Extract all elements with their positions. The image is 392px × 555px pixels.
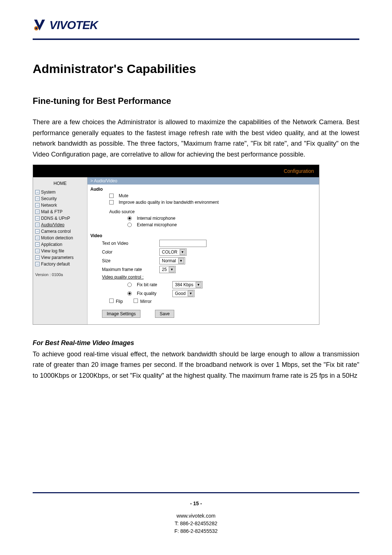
sidebar-item-audio-video[interactable]: →Audio/Video: [33, 222, 87, 228]
vqc-label: Video quality control :: [102, 275, 144, 280]
mute-label: Mute: [119, 193, 128, 198]
expand-icon: →: [35, 190, 40, 194]
max-frame-label: Maximum frame rate: [102, 267, 156, 272]
top-rule: [33, 39, 359, 40]
text-on-video-label: Text on Video: [102, 241, 156, 246]
save-button[interactable]: Save: [155, 310, 174, 318]
expand-icon: →: [35, 249, 40, 253]
page-title: Administrator's Capabilities: [33, 62, 359, 76]
page-number: - 15 -: [0, 501, 392, 506]
text-on-video-input[interactable]: [159, 240, 207, 247]
logo-icon: [33, 18, 46, 32]
internal-mic-radio[interactable]: [127, 216, 132, 220]
intro-paragraph: There are a few choices the Administrato…: [33, 117, 359, 160]
chevron-down-icon: ▼: [178, 258, 184, 264]
expand-icon: →: [35, 229, 40, 234]
footer: www.vivotek.com T: 886-2-82455282 F: 886…: [0, 512, 392, 535]
expand-icon: →: [35, 236, 40, 240]
mirror-checkbox[interactable]: [134, 299, 138, 303]
expand-icon: →: [35, 216, 40, 220]
bottom-rule: [33, 492, 359, 493]
sidebar-item-ddns-upnp[interactable]: →DDNS & UPnP: [33, 215, 87, 222]
button-row: Image Settings Save: [87, 305, 319, 324]
audio-source-label: Audio source: [109, 209, 135, 214]
audio-header: Audio: [87, 185, 319, 193]
text-on-video-row: Text on Video: [87, 239, 319, 248]
footer-tel: T: 886-2-82455282: [0, 520, 392, 527]
sidebar-item-camera-control[interactable]: →Camera control: [33, 228, 87, 235]
breadcrumb: > Audio/Video: [87, 177, 319, 185]
fix-quality-select[interactable]: Good▼: [172, 290, 195, 297]
flip-checkbox[interactable]: [109, 299, 114, 303]
sidebar-item-application[interactable]: →Application: [33, 241, 87, 248]
sidebar-item-network[interactable]: →Network: [33, 202, 87, 208]
vqc-row: Video quality control :: [87, 274, 319, 280]
footer-site: www.vivotek.com: [0, 512, 392, 520]
expand-icon: →: [35, 203, 40, 207]
config-screenshot: Configuration HOME →System →Security →Ne…: [33, 165, 319, 325]
size-select[interactable]: Normal▼: [159, 257, 185, 264]
config-sidebar: HOME →System →Security →Network →Mail & …: [33, 177, 87, 324]
expand-icon: →: [35, 223, 40, 227]
ext-mic-row: External microphone: [87, 222, 319, 228]
sidebar-item-motion-detection[interactable]: →Motion detection: [33, 235, 87, 241]
config-main: > Audio/Video Audio Mute Improve audio q…: [87, 177, 319, 324]
size-label: Size: [102, 258, 156, 263]
sidebar-item-system[interactable]: →System: [33, 189, 87, 195]
color-row: Color COLOR▼: [87, 248, 319, 256]
brand-logo: VIVOTEK: [33, 18, 359, 32]
chevron-down-icon: ▼: [196, 282, 201, 288]
video-header: Video: [87, 228, 319, 239]
sidebar-home[interactable]: HOME: [33, 177, 87, 189]
sidebar-item-factory-default[interactable]: →Factory default: [33, 261, 87, 267]
sidebar-item-security[interactable]: →Security: [33, 195, 87, 202]
fix-quality-radio[interactable]: [127, 291, 132, 296]
sidebar-version: Version : 0100a: [33, 267, 87, 278]
expand-icon: →: [35, 210, 40, 214]
expand-icon: →: [35, 197, 40, 201]
brand-name: VIVOTEK: [49, 19, 98, 32]
mute-checkbox[interactable]: [109, 194, 114, 198]
improve-label: Improve audio quality in low bandwidth e…: [119, 200, 219, 205]
fix-bit-radio[interactable]: [127, 283, 132, 287]
fix-quality-row: Fix quality Good▼: [87, 289, 319, 298]
fix-quality-label: Fix quality: [137, 291, 170, 296]
max-frame-row: Maximum frame rate 25▼: [87, 265, 319, 274]
fix-bit-select[interactable]: 384 Kbps▼: [172, 281, 203, 288]
fix-bit-label: Fix bit rate: [137, 282, 170, 287]
mirror-label: Mirror: [140, 299, 151, 304]
mute-row: Mute: [87, 193, 319, 199]
flip-mirror-row: Flip Mirror: [87, 298, 319, 305]
footer-fax: F: 886-2-82455532: [0, 527, 392, 535]
chevron-down-icon: ▼: [180, 249, 185, 255]
external-mic-radio[interactable]: [127, 223, 132, 227]
size-row: Size Normal▼: [87, 256, 319, 265]
chevron-down-icon: ▼: [169, 267, 175, 272]
max-frame-select[interactable]: 25▼: [159, 266, 176, 273]
flip-label: Flip: [116, 299, 123, 304]
config-title: Configuration: [284, 168, 314, 174]
chevron-down-icon: ▼: [188, 291, 193, 296]
external-mic-label: External microphone: [137, 222, 177, 227]
improve-checkbox[interactable]: [109, 200, 114, 204]
sidebar-item-mail-ftp[interactable]: →Mail & FTP: [33, 208, 87, 215]
subsection-title: For Best Real-time Video Images: [33, 339, 359, 347]
config-titlebar: Configuration: [33, 165, 319, 177]
svg-rect-1: [36, 28, 37, 29]
image-settings-button[interactable]: Image Settings: [102, 310, 140, 318]
color-select[interactable]: COLOR▼: [159, 248, 187, 256]
sidebar-item-view-log-file[interactable]: →View log file: [33, 248, 87, 254]
fix-bit-row: Fix bit rate 384 Kbps▼: [87, 280, 319, 289]
int-mic-row: Internal microphone: [87, 215, 319, 222]
color-label: Color: [102, 250, 156, 255]
expand-icon: →: [35, 242, 40, 247]
improve-row: Improve audio quality in low bandwidth e…: [87, 199, 319, 206]
para2: To achieve good real-time visual effect,…: [33, 349, 359, 381]
sidebar-item-view-parameters[interactable]: →View parameters: [33, 254, 87, 261]
expand-icon: →: [35, 255, 40, 260]
expand-icon: →: [35, 262, 40, 266]
internal-mic-label: Internal microphone: [137, 216, 175, 221]
section-title: Fine-tuning for Best Performance: [33, 96, 359, 106]
audio-source-row: Audio source: [87, 206, 319, 215]
